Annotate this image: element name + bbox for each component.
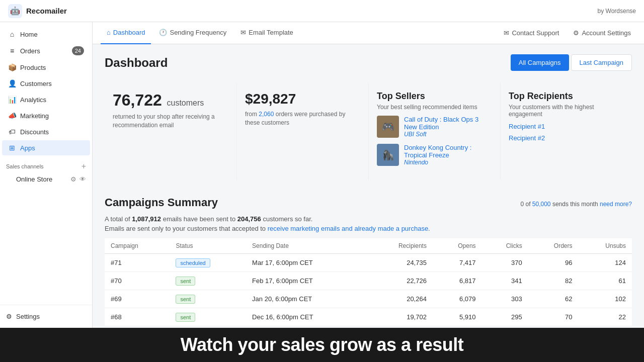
sidebar-item-label: Products: [20, 64, 46, 71]
sidebar-item-label: Orders: [20, 47, 40, 55]
sidebar-item-analytics[interactable]: 📊 Analytics: [2, 92, 90, 107]
campaign-status: sent: [170, 272, 246, 290]
add-sales-channel-icon[interactable]: +: [82, 162, 86, 171]
sub-nav-right: ✉ Contact Support ⚙ Account Settings: [499, 26, 636, 40]
contact-support-icon: ✉: [504, 29, 509, 37]
campaign-unsubs: 22: [579, 308, 632, 326]
campaigns-section: Campaigns Summary 0 of 50,000 sends this…: [105, 196, 632, 326]
sidebar-item-orders[interactable]: ≡ Orders 24: [2, 43, 90, 59]
sub-nav: ⌂ Dashboard 🕐 Sending Frequency ✉ Email …: [93, 22, 644, 44]
contact-support-button[interactable]: ✉ Contact Support: [499, 26, 564, 40]
total-customers: 204,756: [237, 215, 261, 223]
revenue-amount: $29,827: [245, 91, 360, 107]
sends-suffix: sends this month: [552, 201, 598, 208]
settings-label: Settings: [16, 313, 40, 320]
table-row[interactable]: #69 sent Jan 20, 6:00pm CET 20,264 6,079…: [105, 290, 632, 308]
product-name-2[interactable]: Donkey Kong Country : Tropical Freeze: [404, 144, 492, 159]
all-campaigns-button[interactable]: All Campaigns: [511, 54, 569, 71]
clock-icon: 🕐: [159, 29, 167, 36]
campaign-date: Dec 16, 6:00pm CET: [246, 308, 366, 326]
sends-count: 0 of: [520, 201, 530, 208]
sidebar-item-products[interactable]: 📦 Products: [2, 60, 90, 75]
sidebar-item-label: Marketing: [20, 112, 49, 120]
sidebar-item-discounts[interactable]: 🏷 Discounts: [2, 124, 90, 139]
tab-dashboard[interactable]: ⌂ Dashboard: [101, 22, 151, 44]
campaigns-header: Campaigns Summary 0 of 50,000 sends this…: [105, 196, 632, 209]
campaigns-summary-line1: A total of 1,087,912 emails have been se…: [105, 215, 632, 223]
account-settings-label: Account Settings: [582, 29, 631, 37]
status-badge: sent: [176, 295, 195, 304]
sidebar: ⌂ Home ≡ Orders 24 📦 Products 👤 Customer…: [0, 22, 93, 328]
campaign-id: #71: [105, 254, 170, 272]
top-recipients-title: Top Recipients: [509, 91, 624, 102]
campaign-orders: 62: [528, 290, 579, 308]
sidebar-item-apps[interactable]: ⊞ Apps: [2, 140, 90, 155]
campaign-id: #68: [105, 308, 170, 326]
visibility-icon: 👁: [79, 175, 86, 183]
table-row[interactable]: #70 sent Feb 17, 6:00pm CET 22,726 6,817…: [105, 272, 632, 290]
marketing-emails-link[interactable]: receive marketing emails and already mad…: [268, 225, 428, 232]
revenue-stat: $29,827 from 2,060 orders were purchased…: [236, 83, 368, 180]
sidebar-item-marketing[interactable]: 📣 Marketing: [2, 108, 90, 123]
product-brand-2[interactable]: Nintendo: [404, 159, 492, 166]
marketing-icon: 📣: [8, 112, 16, 120]
settings-icon: ⚙: [70, 175, 76, 183]
settings-gear-icon: ⚙: [6, 313, 12, 320]
col-status: Status: [170, 238, 246, 254]
top-header: 🤖 Recomailer by Wordsense: [0, 0, 644, 22]
analytics-icon: 📊: [8, 96, 16, 104]
campaign-status: sent: [170, 290, 246, 308]
sales-channels-label: Sales channels: [6, 163, 44, 169]
table-row[interactable]: #68 sent Dec 16, 6:00pm CET 19,702 5,910…: [105, 308, 632, 326]
product-name-1[interactable]: Call of Duty : Black Ops 3 New Edition: [404, 116, 492, 131]
stats-grid: 76,722 customers returned to your shop a…: [105, 83, 632, 180]
campaign-id: #69: [105, 290, 170, 308]
sidebar-item-label: Analytics: [20, 96, 46, 104]
campaigns-summary-line2: Emails are sent only to your customers t…: [105, 225, 632, 232]
revenue-desc-pre: from: [245, 111, 259, 118]
sidebar-item-customers[interactable]: 👤 Customers: [2, 76, 90, 91]
sidebar-item-label: Home: [20, 31, 38, 38]
product-item-1: 🎮 Call of Duty : Black Ops 3 New Edition…: [377, 116, 492, 138]
campaigns-title: Campaigns Summary: [105, 196, 218, 209]
campaign-date: Jan 20, 6:00pm CET: [246, 290, 366, 308]
last-campaign-button[interactable]: Last Campaign: [571, 54, 632, 71]
product-brand-1[interactable]: UBI Soft: [404, 131, 492, 138]
need-more-link[interactable]: need more?: [600, 201, 632, 208]
bottom-banner-text: Watch your sales grow as a result: [181, 334, 463, 355]
recipient-2-link[interactable]: Recipient #2: [509, 134, 624, 142]
tab-email-template-label: Email Template: [249, 29, 293, 36]
campaign-recipients: 22,726: [366, 272, 433, 290]
account-settings-button[interactable]: ⚙ Account Settings: [568, 26, 636, 40]
product-thumb-1: 🎮: [377, 116, 399, 138]
table-row[interactable]: #71 scheduled Mar 17, 6:00pm CET 24,735 …: [105, 254, 632, 272]
sidebar-item-label: Customers: [20, 80, 52, 87]
content-area: Dashboard All Campaigns Last Campaign 76…: [93, 44, 644, 328]
sidebar-item-label: Discounts: [20, 128, 49, 136]
tab-sending-frequency[interactable]: 🕐 Sending Frequency: [153, 22, 232, 44]
recipient-1-link[interactable]: Recipient #1: [509, 123, 624, 130]
col-sending-date: Sending Date: [246, 238, 366, 254]
sidebar-bottom: ⚙ Settings: [0, 305, 92, 328]
bottom-banner: Watch your sales grow as a result: [0, 328, 644, 362]
campaign-status: sent: [170, 308, 246, 326]
app-logo: 🤖: [8, 4, 22, 18]
account-settings-icon: ⚙: [573, 29, 579, 37]
discounts-icon: 🏷: [8, 128, 16, 136]
status-badge: sent: [176, 277, 195, 286]
sidebar-item-home[interactable]: ⌂ Home: [2, 27, 90, 42]
sends-limit-link[interactable]: 50,000: [532, 201, 551, 208]
campaign-recipients: 19,702: [366, 308, 433, 326]
col-opens: Opens: [433, 238, 482, 254]
customers-stat: 76,722 customers returned to your shop a…: [105, 83, 236, 180]
orders-link[interactable]: 2,060: [259, 111, 274, 118]
tab-email-template[interactable]: ✉ Email Template: [234, 22, 299, 44]
sidebar-item-settings[interactable]: ⚙ Settings: [0, 309, 92, 324]
email-icon: ✉: [240, 29, 246, 36]
apps-icon: ⊞: [8, 144, 16, 152]
tab-dashboard-label: Dashboard: [113, 29, 145, 36]
status-badge: scheduled: [176, 258, 210, 267]
campaign-clicks: 303: [482, 290, 528, 308]
app-name: Recomailer: [26, 7, 67, 15]
sidebar-item-online-store[interactable]: Online Store ⚙ 👁: [0, 173, 92, 186]
